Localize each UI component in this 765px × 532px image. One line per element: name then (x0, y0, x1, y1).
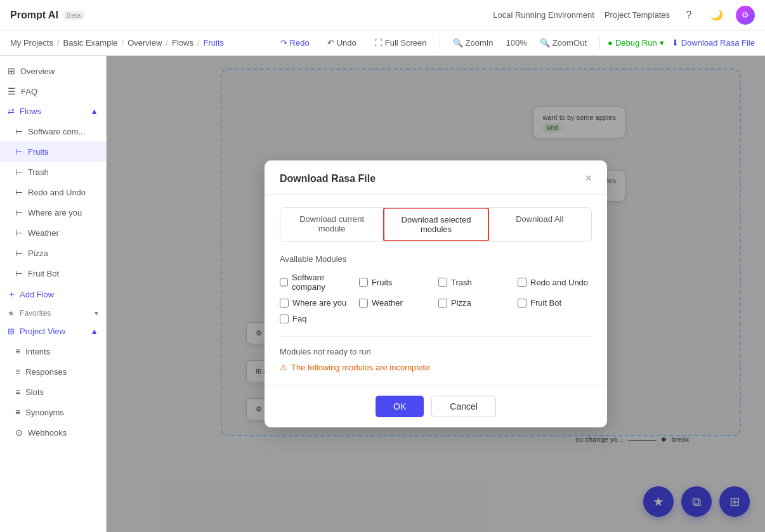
sidebar-item-slots[interactable]: ≡ Slots (0, 382, 106, 402)
breadcrumb-my-projects[interactable]: My Projects (10, 38, 53, 48)
tab-download-current[interactable]: Download current module (280, 208, 384, 241)
zoomin-icon: 🔍 (453, 38, 463, 48)
zoomout-icon: 🔍 (540, 38, 550, 48)
sidebar-flows-header[interactable]: ⇄ Flows ▲ (0, 101, 106, 121)
tab-download-selected[interactable]: Download selected modules (383, 207, 488, 242)
main-layout: ⊞ Overview ☰ FAQ ⇄ Flows ▲ ⊢ Software co… (0, 56, 765, 532)
checkbox-input-redo[interactable] (518, 278, 526, 287)
sidebar-item-synonyms[interactable]: ≡ Synonyms (0, 402, 106, 422)
add-flow-button[interactable]: ＋ Add Flow (0, 283, 106, 305)
intents-icon: ≡ (15, 346, 20, 356)
checkbox-redo-undo[interactable]: Redo and Undo (518, 273, 592, 292)
flow-icon-1: ⊢ (15, 146, 23, 157)
checkbox-label-software: Software company (292, 273, 354, 292)
breadcrumb-toolbar-bar: My Projects / Basic Example / Overview /… (0, 30, 765, 56)
zoomout-button[interactable]: 🔍 ZoomOut (535, 36, 592, 50)
zoomin-button[interactable]: 🔍 ZoomIn (448, 36, 499, 50)
modal-close-button[interactable]: × (585, 172, 592, 185)
sidebar-item-intents[interactable]: ≡ Intents (0, 341, 106, 361)
checkbox-where-are-you[interactable]: Where are you (280, 298, 354, 308)
help-icon[interactable]: ? (680, 6, 698, 24)
sidebar-item-redo-undo[interactable]: ⊢ Redo and Undo (0, 182, 106, 202)
overview-icon: ⊞ (8, 66, 15, 76)
sidebar-item-fruit-bot[interactable]: ⊢ Fruit Bot (0, 263, 106, 283)
sidebar-redo-undo-label: Redo and Undo (28, 188, 86, 197)
fullscreen-button[interactable]: ⛶ Full Screen (369, 36, 432, 50)
warning-icon: ⚠ (280, 363, 287, 372)
checkbox-input-faq[interactable] (280, 315, 289, 323)
synonyms-icon: ≡ (15, 407, 20, 417)
breadcrumb-flows[interactable]: Flows (172, 38, 193, 48)
redo-icon: ↷ (280, 38, 287, 48)
sidebar-fruitbot-label: Fruit Bot (28, 269, 59, 278)
download-rasa-button[interactable]: ⬇ Download Rasa File (672, 38, 755, 48)
canvas-area: ⚙ Slo ⊞ s Form ⚙ Inte want to by some ap… (107, 56, 765, 532)
checkbox-input-fruits[interactable] (359, 278, 368, 287)
checkbox-fruits[interactable]: Fruits (359, 273, 433, 292)
redo-label: Redo (290, 38, 310, 48)
sidebar-item-overview[interactable]: ⊞ Overview (0, 61, 106, 81)
breadcrumb-overview[interactable]: Overview (128, 38, 162, 48)
cancel-button[interactable]: Cancel (431, 396, 496, 417)
modal-header: Download Rasa File × (265, 160, 607, 195)
checkbox-input-software[interactable] (280, 278, 288, 287)
redo-button[interactable]: ↷ Redo (275, 36, 315, 50)
download-rasa-modal: Download Rasa File × Download current mo… (265, 160, 607, 427)
sidebar-project-view-header[interactable]: ⊞ Project View ▲ (0, 321, 106, 341)
sidebar-item-responses[interactable]: ≡ Responses (0, 361, 106, 382)
sidebar-item-weather[interactable]: ⊢ Weather (0, 223, 106, 243)
sidebar-item-fruits[interactable]: ⊢ Fruits (0, 141, 106, 162)
incomplete-text: The following modules are incomplete (291, 363, 429, 372)
sidebar-favorites-label: Favorites (20, 309, 51, 318)
checkbox-fruit-bot[interactable]: Fruit Bot (518, 298, 592, 308)
breadcrumb-basic-example[interactable]: Basic Example (63, 38, 118, 48)
incomplete-message: ⚠ The following modules are incomplete (280, 363, 592, 372)
app-branding: Prompt AI Beta (10, 10, 84, 21)
checkbox-pizza[interactable]: Pizza (438, 298, 513, 308)
divider2 (599, 37, 600, 49)
flows-collapse-icon: ▲ (90, 107, 98, 116)
debug-run-button[interactable]: ● Debug Run ▾ (608, 38, 664, 48)
sidebar-item-faq[interactable]: ☰ FAQ (0, 81, 106, 101)
checkbox-input-trash[interactable] (438, 278, 447, 287)
env-link[interactable]: Local Running Environment (493, 10, 594, 20)
add-icon: ＋ (8, 289, 16, 300)
sidebar-favorites-header[interactable]: ★ Favorites ▾ (0, 305, 106, 321)
sidebar-item-software-com[interactable]: ⊢ Software com... (0, 121, 106, 141)
checkbox-input-where[interactable] (280, 299, 289, 308)
checkbox-weather[interactable]: Weather (359, 298, 433, 308)
user-avatar[interactable]: ⚙ (736, 6, 755, 25)
tab-download-all[interactable]: Download All (488, 208, 591, 241)
checkbox-software-company[interactable]: Software company (280, 273, 354, 292)
sidebar-overview-label: Overview (20, 67, 55, 76)
checkbox-faq[interactable]: Faq (280, 314, 354, 323)
modal-body: Download current module Download selecte… (265, 195, 607, 385)
sidebar-item-webhooks[interactable]: ⊙ Webhooks (0, 422, 106, 443)
flow-icon-6: ⊢ (15, 248, 23, 258)
sidebar-software-label: Software com... (28, 127, 85, 136)
dark-mode-icon[interactable]: 🌙 (708, 6, 726, 24)
checkbox-input-fruit-bot[interactable] (518, 299, 526, 308)
sidebar-item-where-are-you[interactable]: ⊢ Where are you (0, 202, 106, 223)
available-modules-label: Available Modules (280, 254, 592, 264)
sidebar-item-trash[interactable]: ⊢ Trash (0, 162, 106, 182)
project-view-collapse-icon: ▲ (90, 327, 98, 336)
download-rasa-label: Download Rasa File (681, 38, 755, 48)
ok-button[interactable]: OK (376, 396, 424, 417)
checkbox-label-fruit-bot: Fruit Bot (530, 298, 561, 308)
sidebar-pizza-label: Pizza (28, 249, 48, 258)
checkbox-label-pizza: Pizza (451, 298, 471, 308)
templates-link[interactable]: Project Templates (605, 10, 670, 20)
project-view-icon: ⊞ (8, 327, 15, 336)
checkbox-input-pizza[interactable] (438, 299, 447, 308)
sidebar-synonyms-label: Synonyms (25, 408, 64, 417)
sidebar-weather-label: Weather (28, 228, 59, 238)
sidebar-project-view-label: Project View (20, 327, 65, 336)
checkbox-input-weather[interactable] (359, 299, 368, 308)
zoomout-label: ZoomOut (552, 38, 587, 48)
checkbox-trash[interactable]: Trash (438, 273, 513, 292)
undo-button[interactable]: ↶ Undo (322, 36, 362, 50)
flow-icon-7: ⊢ (15, 268, 23, 278)
sidebar-item-pizza[interactable]: ⊢ Pizza (0, 243, 106, 263)
download-icon: ⬇ (672, 38, 679, 48)
